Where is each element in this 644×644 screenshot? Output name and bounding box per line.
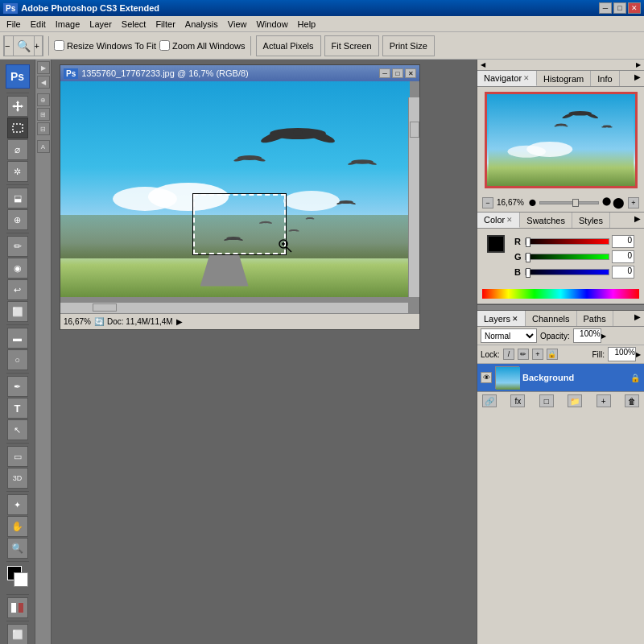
blend-mode-select[interactable]: Normal Multiply Screen xyxy=(481,328,537,343)
path-selection-tool[interactable]: ↖ xyxy=(7,419,28,440)
shape-tool[interactable]: ▭ xyxy=(7,446,28,467)
fit-screen-button[interactable]: Fit Screen xyxy=(324,35,379,56)
resize-windows-checkbox[interactable]: Resize Windows To Fit xyxy=(54,40,156,51)
eyedropper-tool[interactable]: ✦ xyxy=(7,494,28,515)
panel-collapse-btn[interactable]: ◀ xyxy=(481,61,485,68)
vscroll-thumb[interactable] xyxy=(410,122,419,138)
color-swatches[interactable] xyxy=(6,566,30,590)
mid-btn-2[interactable]: ◀ xyxy=(37,76,50,89)
r-value[interactable]: 0 xyxy=(612,235,634,248)
3d-tool[interactable]: 3D xyxy=(7,468,28,489)
gradient-tool[interactable]: ▬ xyxy=(7,328,28,349)
minimize-button[interactable]: ─ xyxy=(599,2,612,14)
mid-btn-4[interactable]: ⊞ xyxy=(37,108,50,121)
zoom-all-checkbox[interactable]: Zoom All Windows xyxy=(159,40,245,51)
brush-tool[interactable]: ✏ xyxy=(7,236,28,257)
layers-options-btn[interactable]: ▶ xyxy=(631,311,644,326)
lock-transparent-btn[interactable]: / xyxy=(503,349,514,360)
resize-windows-input[interactable] xyxy=(54,40,64,51)
tab-swatches[interactable]: Swatches xyxy=(520,213,572,228)
link-layers-btn[interactable]: 🔗 xyxy=(482,394,497,407)
doc-hscrollbar[interactable] xyxy=(60,302,408,313)
heal-tool[interactable]: ⊕ xyxy=(7,209,28,230)
mid-btn-1[interactable]: ▶ xyxy=(37,61,50,74)
doc-maximize[interactable]: □ xyxy=(392,68,403,78)
menu-edit[interactable]: Edit xyxy=(26,18,51,31)
menu-select[interactable]: Select xyxy=(117,18,151,31)
lasso-tool[interactable]: ⌀ xyxy=(7,139,28,160)
opacity-value[interactable]: 100% xyxy=(573,328,601,343)
active-color-swatch[interactable] xyxy=(487,235,505,253)
zoom-all-input[interactable] xyxy=(159,40,170,51)
background-color[interactable] xyxy=(14,572,28,587)
marquee-tool[interactable] xyxy=(7,118,28,138)
screen-mode-button[interactable]: ⬜ xyxy=(7,624,28,644)
text-tool[interactable]: T xyxy=(7,398,28,419)
b-value[interactable]: 0 xyxy=(612,266,634,279)
new-group-btn[interactable]: 📁 xyxy=(568,394,582,407)
tab-channels[interactable]: Channels xyxy=(526,311,576,326)
delete-layer-btn[interactable]: 🗑 xyxy=(625,394,639,407)
layer-effects-btn[interactable]: fx xyxy=(510,394,525,407)
navigator-tab-close[interactable]: ✕ xyxy=(523,74,530,82)
tab-navigator[interactable]: Navigator ✕ xyxy=(477,71,537,86)
crop-tool[interactable]: ⬓ xyxy=(7,188,28,208)
green-slider-track[interactable] xyxy=(525,254,609,260)
zoom-min-btn[interactable]: − xyxy=(482,197,493,208)
tab-layers[interactable]: Layers ✕ xyxy=(477,311,526,326)
menu-image[interactable]: Image xyxy=(51,18,85,31)
doc-minimize[interactable]: ─ xyxy=(379,68,390,78)
mid-btn-3[interactable]: ⊕ xyxy=(37,93,50,106)
quick-mask-tool[interactable] xyxy=(7,597,28,618)
new-layer-btn[interactable]: + xyxy=(597,394,611,407)
zoom-slider-thumb[interactable] xyxy=(572,199,579,207)
move-tool[interactable] xyxy=(7,96,28,117)
print-size-button[interactable]: Print Size xyxy=(382,35,435,56)
red-slider-thumb[interactable] xyxy=(526,237,530,247)
menu-analysis[interactable]: Analysis xyxy=(180,18,223,31)
g-value[interactable]: 0 xyxy=(612,250,634,263)
zoom-slider-track[interactable] xyxy=(539,201,599,204)
hand-tool[interactable]: ✋ xyxy=(7,516,28,537)
green-slider-thumb[interactable] xyxy=(526,253,530,262)
menu-window[interactable]: Window xyxy=(251,18,292,31)
tab-color[interactable]: Color ✕ xyxy=(477,213,520,228)
navigator-options-btn[interactable]: ▶ xyxy=(631,71,644,86)
doc-vscrollbar[interactable] xyxy=(408,97,419,297)
layer-mask-btn[interactable]: □ xyxy=(539,394,554,407)
lock-all-btn[interactable]: 🔒 xyxy=(547,349,558,360)
mid-btn-5[interactable]: ⊟ xyxy=(37,122,50,135)
red-slider-track[interactable] xyxy=(525,238,609,245)
lock-image-btn[interactable]: ✏ xyxy=(518,349,529,360)
lock-position-btn[interactable]: + xyxy=(532,349,543,360)
pen-tool[interactable]: ✒ xyxy=(7,376,28,397)
layers-tab-close[interactable]: ✕ xyxy=(512,315,518,323)
menu-view[interactable]: View xyxy=(223,18,252,31)
blue-slider-thumb[interactable] xyxy=(526,268,530,278)
clone-tool[interactable]: ◉ xyxy=(7,258,28,279)
zoom-max-btn[interactable]: + xyxy=(628,197,639,208)
menu-layer[interactable]: Layer xyxy=(85,18,117,31)
layer-visibility-toggle[interactable]: 👁 xyxy=(481,372,492,383)
doc-close[interactable]: ✕ xyxy=(405,68,416,78)
layer-row-background[interactable]: 👁 xyxy=(477,364,644,391)
rainbow-color-bar[interactable] xyxy=(482,289,639,299)
blue-slider-track[interactable] xyxy=(525,269,609,275)
fill-arrow[interactable]: ▶ xyxy=(636,351,641,358)
hscroll-thumb[interactable] xyxy=(93,303,117,312)
dodge-tool[interactable]: ○ xyxy=(7,349,28,370)
actual-pixels-button[interactable]: Actual Pixels xyxy=(256,35,321,56)
magic-wand-tool[interactable]: ✲ xyxy=(7,161,28,182)
opacity-arrow[interactable]: ▶ xyxy=(601,332,606,340)
tab-info[interactable]: Info xyxy=(591,71,619,86)
zoom-tool[interactable]: 🔍 xyxy=(7,538,28,559)
tab-styles[interactable]: Styles xyxy=(572,213,610,228)
maximize-button[interactable]: □ xyxy=(613,2,626,14)
color-tab-close[interactable]: ✕ xyxy=(506,216,513,224)
tab-histogram[interactable]: Histogram xyxy=(537,71,591,86)
tab-paths[interactable]: Paths xyxy=(577,311,613,326)
eraser-tool[interactable]: ⬜ xyxy=(7,301,28,322)
history-brush-tool[interactable]: ↩ xyxy=(7,279,28,300)
statusbar-arrow[interactable]: ▶ xyxy=(176,317,183,326)
menu-help[interactable]: Help xyxy=(293,18,321,31)
